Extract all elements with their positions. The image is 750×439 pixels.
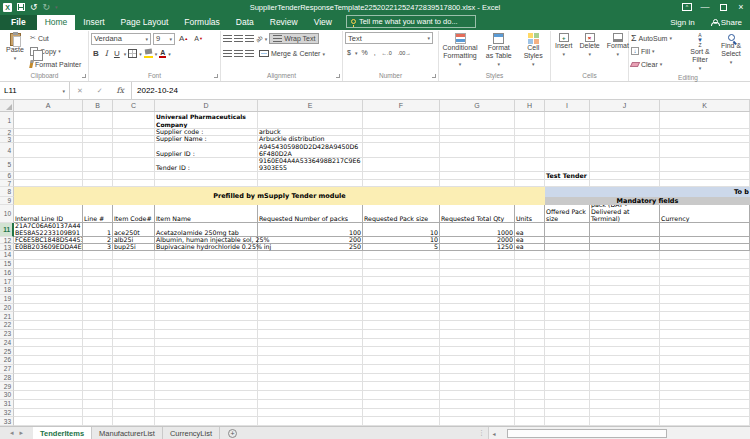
cell-F20[interactable] <box>363 304 440 313</box>
cell-I6[interactable]: Test Tender <box>545 172 590 180</box>
banner-to-b[interactable]: To b <box>545 187 750 197</box>
new-sheet-button[interactable]: + <box>220 427 245 439</box>
cell-K3[interactable] <box>660 136 750 143</box>
cell-F4[interactable] <box>363 143 440 158</box>
autosum-button[interactable]: ΣAutoSum▾ <box>631 32 683 44</box>
cell-G29[interactable] <box>440 382 515 391</box>
underline-button[interactable]: U <box>112 49 122 58</box>
cell-I17[interactable] <box>545 277 590 286</box>
cell-C12[interactable]: alb25i <box>113 237 155 244</box>
cell-D28[interactable] <box>155 374 258 383</box>
cell-E26[interactable] <box>258 356 363 365</box>
row-header-32[interactable]: 32 <box>0 409 14 418</box>
cell-D20[interactable] <box>155 304 258 313</box>
scroll-left-icon[interactable]: ◂ <box>489 430 499 437</box>
cell-J3[interactable] <box>590 136 660 143</box>
row-header-1[interactable]: 1 <box>0 112 14 129</box>
cell-D3[interactable]: Supplier Name : <box>155 136 258 143</box>
cell-G15[interactable] <box>440 260 515 269</box>
cell-F5[interactable] <box>363 158 440 172</box>
cell-C13[interactable]: bup25i <box>113 244 155 251</box>
cell-I26[interactable] <box>545 356 590 365</box>
name-box-dropdown-icon[interactable]: ▾ <box>62 88 65 94</box>
format-cells-button[interactable]: Format▾ <box>605 32 631 59</box>
cell-K17[interactable] <box>660 277 750 286</box>
cell-D7[interactable] <box>155 180 258 187</box>
cell-J22[interactable] <box>590 321 660 330</box>
cell-B27[interactable] <box>83 365 113 374</box>
cell-B16[interactable] <box>83 269 113 278</box>
accounting-format-button[interactable]: $ <box>345 49 353 56</box>
cell-C29[interactable] <box>113 382 155 391</box>
cell-E7[interactable] <box>258 180 363 187</box>
cell-F26[interactable] <box>363 356 440 365</box>
sign-in-button[interactable]: Sign in <box>662 18 702 30</box>
increase-font-button[interactable]: A▲ <box>177 34 190 43</box>
cell-A2[interactable] <box>14 129 83 136</box>
find-select-button[interactable]: Find & Select▾ <box>717 32 745 67</box>
cell-C30[interactable] <box>113 391 155 400</box>
borders-button[interactable] <box>128 49 137 58</box>
cell-I2[interactable] <box>545 129 590 136</box>
row-header-16[interactable]: 16 <box>0 269 14 278</box>
cell-A28[interactable] <box>14 374 83 383</box>
cell-K6[interactable] <box>660 172 750 180</box>
cell-B32[interactable] <box>83 409 113 418</box>
align-bottom-button[interactable] <box>245 35 254 42</box>
decrease-font-button[interactable]: A▼ <box>192 35 205 42</box>
row-header-17[interactable]: 17 <box>0 277 14 286</box>
number-dialog-launcher[interactable] <box>432 74 436 78</box>
cell-A7[interactable] <box>14 180 83 187</box>
cell-J14[interactable] <box>590 251 660 260</box>
row-header-9[interactable]: 9 <box>0 197 14 205</box>
cell-J4[interactable] <box>590 143 660 158</box>
tab-file[interactable]: File <box>0 15 37 30</box>
cell-D11[interactable]: Acetazolamide 250mg tab <box>155 223 258 237</box>
align-right-button[interactable] <box>245 50 254 57</box>
cell-J33[interactable] <box>590 417 660 426</box>
cell-E33[interactable] <box>258 417 363 426</box>
cell-K24[interactable] <box>660 339 750 348</box>
tab-home[interactable]: Home <box>37 15 76 30</box>
cell-D31[interactable] <box>155 400 258 409</box>
cell-H20[interactable] <box>515 304 545 313</box>
cell-D2[interactable]: Supplier code : <box>155 129 258 136</box>
col-header-C[interactable]: C <box>113 100 155 111</box>
increase-decimal-button[interactable]: ←.0 <box>380 50 394 56</box>
cell-F24[interactable] <box>363 339 440 348</box>
cell-F13[interactable]: 5 <box>363 244 440 251</box>
insert-cells-button[interactable]: + Insert▾ <box>553 32 575 59</box>
sort-filter-button[interactable]: A▼Z Sort & Filter▾ <box>686 32 714 73</box>
cell-G24[interactable] <box>440 339 515 348</box>
cell-K15[interactable] <box>660 260 750 269</box>
share-button[interactable]: Share <box>703 18 750 30</box>
tab-page-layout[interactable]: Page Layout <box>113 15 177 30</box>
cell-D32[interactable] <box>155 409 258 418</box>
cell-J27[interactable] <box>590 365 660 374</box>
cell-F1[interactable] <box>363 112 440 129</box>
cell-I18[interactable] <box>545 286 590 295</box>
row-header-31[interactable]: 31 <box>0 400 14 409</box>
cut-button[interactable]: ✂Cut <box>30 32 81 44</box>
cell-F19[interactable] <box>363 295 440 304</box>
wrap-text-button[interactable]: Wrap Text <box>269 33 319 44</box>
cell-H33[interactable] <box>515 417 545 426</box>
insert-function-button[interactable]: fx <box>117 86 124 95</box>
copy-button[interactable]: Copy▾ <box>30 45 81 57</box>
cell-K27[interactable] <box>660 365 750 374</box>
row-header-29[interactable]: 29 <box>0 382 14 391</box>
cell-G13[interactable]: 1250 <box>440 244 515 251</box>
save-icon[interactable] <box>17 3 25 11</box>
name-box[interactable]: L11 ▾ <box>0 82 70 99</box>
cell-D19[interactable] <box>155 295 258 304</box>
cell-C22[interactable] <box>113 321 155 330</box>
cell-J10[interactable]: Offered price per pack (DAT - Delivered … <box>590 205 660 223</box>
cell-C6[interactable] <box>113 172 155 180</box>
tab-view[interactable]: View <box>306 15 340 30</box>
cell-E11[interactable]: 100 <box>258 223 363 237</box>
cell-H17[interactable] <box>515 277 545 286</box>
cell-C18[interactable] <box>113 286 155 295</box>
cell-G16[interactable] <box>440 269 515 278</box>
cell-B25[interactable] <box>83 347 113 356</box>
cell-I32[interactable] <box>545 409 590 418</box>
